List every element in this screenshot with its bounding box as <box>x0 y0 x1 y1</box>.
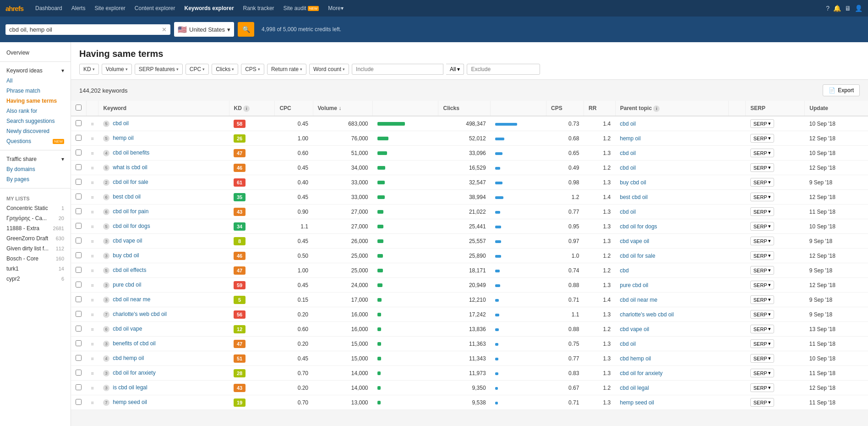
row-checkbox[interactable] <box>76 238 82 243</box>
row-circle-icon[interactable]: 3 <box>103 385 109 391</box>
sidebar-list-item-1[interactable]: Γρηγόρης - Ca...20 <box>0 213 71 223</box>
row-checkbox[interactable] <box>76 296 82 302</box>
parent-topic-link[interactable]: cbd oil for anxiety <box>620 370 662 376</box>
nav-rank-tracker[interactable]: Rank tracker <box>239 0 279 17</box>
parent-topic-link[interactable]: cbd vape oil <box>620 326 649 332</box>
row-circle-icon[interactable]: 6 <box>103 209 109 215</box>
row-circle-icon[interactable]: 5 <box>103 135 109 142</box>
sidebar-list-item-0[interactable]: Concentric Static1 <box>0 203 71 213</box>
keyword-link[interactable]: benefits of cbd oil <box>113 340 155 347</box>
help-icon[interactable]: ? <box>826 5 830 12</box>
row-circle-icon[interactable]: 3 <box>103 282 109 288</box>
nav-site-explorer[interactable]: Site explorer <box>90 0 130 17</box>
keyword-link[interactable]: pure cbd oil <box>113 282 141 288</box>
serp-button[interactable]: SERP ▾ <box>750 134 774 143</box>
cps-filter[interactable]: CPS ▾ <box>241 64 264 75</box>
serp-button[interactable]: SERP ▾ <box>750 383 774 392</box>
serp-button[interactable]: SERP ▾ <box>750 339 774 348</box>
keyword-link[interactable]: cbd oil for dogs <box>113 223 150 229</box>
sidebar-list-item-4[interactable]: Given dirty list f...112 <box>0 243 71 254</box>
keyword-link[interactable]: cbd oil benefits <box>113 149 149 156</box>
row-circle-icon[interactable]: 4 <box>103 355 109 362</box>
row-circle-icon[interactable]: 5 <box>103 165 109 171</box>
sidebar-all[interactable]: All <box>0 76 71 86</box>
nav-site-audit[interactable]: Site audit NEW <box>279 0 324 17</box>
row-checkbox[interactable] <box>76 179 82 185</box>
serp-button[interactable]: SERP ▾ <box>750 149 774 157</box>
parent-topic-link[interactable]: cbd oil <box>620 209 636 215</box>
sidebar-having-same-terms[interactable]: Having same terms <box>0 96 71 106</box>
sidebar-list-item-5[interactable]: Bosch - Core160 <box>0 254 71 264</box>
keyword-link[interactable]: hemp seed oil <box>113 399 147 405</box>
sidebar-traffic-share[interactable]: Traffic share ▾ <box>0 154 71 164</box>
serp-button[interactable]: SERP ▾ <box>750 354 774 363</box>
sidebar-search-suggestions[interactable]: Search suggestions <box>0 116 71 126</box>
include-all-button[interactable]: All ▾ <box>446 64 464 75</box>
keyword-link[interactable]: what is cbd oil <box>113 164 147 171</box>
parent-topic-link[interactable]: best cbd oil <box>620 194 648 200</box>
monitor-icon[interactable]: 🖥 <box>845 5 851 12</box>
cpc-filter[interactable]: CPC ▾ <box>186 64 209 75</box>
keyword-link[interactable]: is cbd oil legal <box>113 384 147 391</box>
parent-info-icon[interactable]: i <box>653 105 660 112</box>
row-checkbox[interactable] <box>76 282 82 288</box>
serp-button[interactable]: SERP ▾ <box>750 251 774 260</box>
row-circle-icon[interactable]: 5 <box>103 223 109 230</box>
serp-button[interactable]: SERP ▾ <box>750 325 774 333</box>
serp-button[interactable]: SERP ▾ <box>750 398 774 407</box>
serp-button[interactable]: SERP ▾ <box>750 178 774 187</box>
search-button[interactable]: 🔍 <box>238 22 254 37</box>
nav-more[interactable]: More ▾ <box>323 0 348 17</box>
keyword-link[interactable]: cbd oil for anxiety <box>113 370 155 376</box>
row-checkbox[interactable] <box>76 326 82 332</box>
sidebar-phrase-match[interactable]: Phrase match <box>0 86 71 96</box>
parent-topic-link[interactable]: cbd oil <box>620 165 636 171</box>
row-circle-icon[interactable]: 3 <box>103 370 109 376</box>
nav-keywords-explorer[interactable]: Keywords explorer <box>180 0 239 17</box>
exclude-input[interactable] <box>467 64 540 75</box>
parent-topic-link[interactable]: cbd vape oil <box>620 238 649 244</box>
parent-topic-link[interactable]: pure cbd oil <box>620 282 648 288</box>
row-circle-icon[interactable]: 4 <box>103 150 109 156</box>
row-checkbox[interactable] <box>76 311 82 317</box>
serp-button[interactable]: SERP ▾ <box>750 310 774 319</box>
sidebar-list-item-7[interactable]: cypr26 <box>0 274 71 284</box>
clear-search-icon[interactable]: ✕ <box>162 26 167 33</box>
parent-topic-link[interactable]: cbd oil for sale <box>620 253 655 259</box>
select-all-checkbox[interactable] <box>76 105 82 111</box>
serp-features-filter[interactable]: SERP features ▾ <box>135 64 183 75</box>
search-input[interactable] <box>9 26 159 33</box>
row-checkbox[interactable] <box>76 340 82 346</box>
row-circle-icon[interactable]: 6 <box>103 326 109 332</box>
serp-button[interactable]: SERP ▾ <box>750 237 774 245</box>
word-count-filter[interactable]: Word count ▾ <box>309 64 349 75</box>
row-circle-icon[interactable]: 3 <box>103 253 109 259</box>
serp-button[interactable]: SERP ▾ <box>750 163 774 172</box>
serp-button[interactable]: SERP ▾ <box>750 222 774 231</box>
export-button[interactable]: 📄 Export <box>823 84 860 96</box>
include-input[interactable] <box>352 64 443 75</box>
keyword-link[interactable]: cbd vape oil <box>113 238 142 244</box>
nav-dashboard[interactable]: Dashboard <box>31 0 67 17</box>
row-checkbox[interactable] <box>76 120 82 126</box>
row-circle-icon[interactable]: 7 <box>103 399 109 406</box>
row-checkbox[interactable] <box>76 384 82 390</box>
row-checkbox[interactable] <box>76 252 82 258</box>
kd-filter[interactable]: KD ▾ <box>79 64 99 75</box>
sidebar-also-rank-for[interactable]: Also rank for <box>0 106 71 116</box>
row-checkbox[interactable] <box>76 149 82 155</box>
serp-button[interactable]: SERP ▾ <box>750 119 774 128</box>
return-rate-filter[interactable]: Return rate ▾ <box>267 64 306 75</box>
parent-topic-link[interactable]: charlotte's web cbd oil <box>620 311 674 318</box>
parent-topic-link[interactable]: cbd hemp oil <box>620 355 651 362</box>
serp-button[interactable]: SERP ▾ <box>750 295 774 304</box>
serp-button[interactable]: SERP ▾ <box>750 266 774 275</box>
parent-topic-link[interactable]: cbd oil legal <box>620 385 649 391</box>
parent-topic-link[interactable]: cbd oil <box>620 121 636 127</box>
row-circle-icon[interactable]: 3 <box>103 341 109 347</box>
row-checkbox[interactable] <box>76 370 82 376</box>
parent-topic-link[interactable]: cbd <box>620 267 628 274</box>
sidebar-questions[interactable]: Questions NEW <box>0 136 71 146</box>
row-circle-icon[interactable]: 3 <box>103 238 109 244</box>
row-checkbox[interactable] <box>76 223 82 229</box>
